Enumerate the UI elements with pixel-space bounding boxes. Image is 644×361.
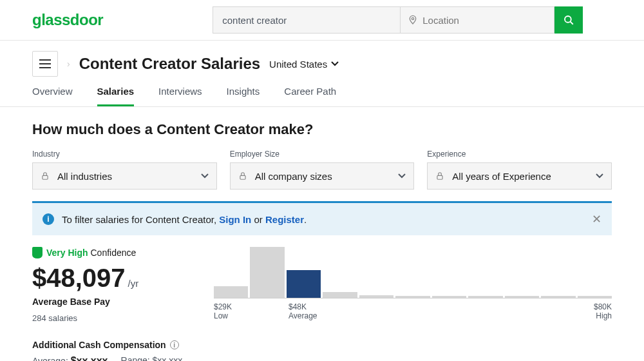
bar — [505, 296, 539, 298]
axis-low-value: $29K — [214, 302, 259, 311]
tab-salaries[interactable]: Salaries — [97, 86, 135, 106]
bar — [323, 292, 357, 298]
bar — [287, 270, 321, 298]
register-link[interactable]: Register — [265, 214, 304, 225]
filter-experience[interactable]: All years of Experience — [427, 162, 612, 190]
filter-employer-size[interactable]: All company sizes — [230, 162, 415, 190]
svg-rect-7 — [240, 175, 245, 179]
shield-icon — [32, 247, 43, 259]
chevron-down-icon — [201, 173, 209, 179]
bar — [214, 286, 248, 298]
tab-overview[interactable]: Overview — [32, 86, 73, 106]
filter-value: All industries — [57, 171, 112, 182]
lock-icon — [435, 171, 444, 180]
bar — [395, 296, 430, 298]
tab-insights[interactable]: Insights — [227, 86, 260, 106]
filter-value: All years of Experience — [452, 171, 551, 182]
average-salary: $48,097/yr — [32, 264, 207, 293]
filter-value: All company sizes — [255, 171, 332, 182]
axis-avg-label: Average — [289, 311, 334, 320]
menu-button[interactable] — [32, 51, 58, 77]
bar — [541, 296, 575, 298]
chevron-down-icon — [331, 61, 339, 66]
tab-interviews[interactable]: Interviews — [158, 86, 202, 106]
chart-axis: $29K Low $48K Average $80K High — [214, 302, 612, 320]
tab-career-path[interactable]: Career Path — [284, 86, 336, 106]
banner-text: To filter salaries for Content Creator, … — [62, 214, 307, 225]
search-button[interactable] — [554, 6, 583, 34]
search-input[interactable] — [213, 6, 400, 34]
svg-point-1 — [565, 16, 571, 23]
bar — [250, 247, 284, 298]
country-selector[interactable]: United States — [269, 59, 339, 70]
sign-in-link[interactable]: Sign In — [219, 214, 251, 225]
salary-count: 284 salaries — [32, 313, 207, 323]
svg-rect-8 — [437, 175, 442, 179]
chevron-down-icon — [398, 173, 406, 179]
base-pay-label: Average Base Pay — [32, 297, 207, 307]
info-icon[interactable]: i — [170, 340, 179, 349]
signin-banner: i To filter salaries for Content Creator… — [32, 201, 612, 235]
filter-label-experience: Experience — [427, 150, 612, 159]
confidence-label: Very High Confidence — [46, 248, 136, 258]
salary-distribution-chart — [214, 247, 612, 298]
search-icon — [563, 14, 574, 26]
svg-point-0 — [412, 17, 414, 19]
axis-avg-value: $48K — [289, 302, 334, 311]
lock-icon — [41, 171, 50, 180]
country-label: United States — [269, 59, 327, 70]
addl-range: Range: $xx,xxx — [121, 355, 183, 361]
logo[interactable]: glassdoor — [32, 11, 103, 29]
chevron-down-icon — [596, 173, 603, 179]
filter-industry[interactable]: All industries — [32, 162, 217, 190]
axis-low-label: Low — [214, 311, 259, 320]
addl-avg: Average: $xx,xxx — [32, 355, 108, 361]
filter-label-industry: Industry — [32, 150, 217, 159]
addl-comp-title: Additional Cash Compensation — [32, 340, 166, 350]
filter-label-employer-size: Employer Size — [230, 150, 415, 159]
location-pin-icon — [408, 15, 418, 25]
close-icon[interactable]: ✕ — [592, 212, 601, 226]
svg-line-2 — [571, 22, 573, 24]
section-heading: How much does a Content Creator make? — [32, 121, 612, 138]
axis-high-label: High — [594, 311, 612, 320]
axis-high-value: $80K — [594, 302, 612, 311]
page-title: Content Creator Salaries — [79, 55, 260, 73]
bar — [359, 295, 393, 298]
location-input[interactable] — [400, 6, 554, 34]
bar — [432, 296, 466, 298]
chevron-right-icon: › — [67, 59, 70, 69]
hamburger-icon — [39, 59, 51, 68]
bar — [578, 296, 612, 298]
svg-rect-6 — [43, 175, 48, 179]
info-icon: i — [43, 213, 54, 225]
lock-icon — [238, 171, 247, 180]
bar — [468, 296, 502, 298]
